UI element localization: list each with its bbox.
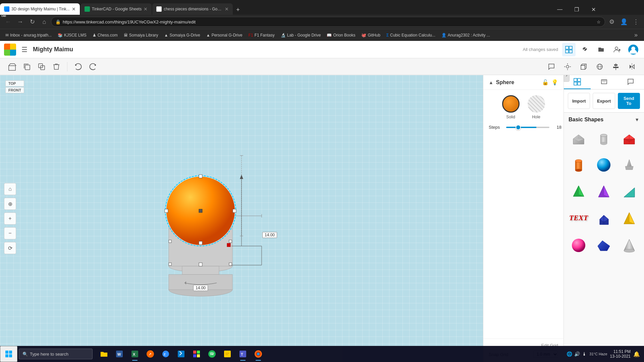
taskbar-search[interactable]: 🔍 Type here to search bbox=[19, 349, 93, 359]
star-icon[interactable]: ☆ bbox=[597, 19, 601, 24]
shape-cone-gray[interactable] bbox=[618, 233, 641, 257]
zoom-out-button[interactable]: − bbox=[4, 227, 16, 239]
bookmark-orion[interactable]: 📖 Orion Books bbox=[324, 32, 358, 38]
send-to-button[interactable]: Send To bbox=[618, 93, 640, 109]
tab-2[interactable]: TinkerCAD - Google Sheets ✕ bbox=[80, 3, 152, 15]
shape-pyramid-purple[interactable] bbox=[593, 179, 615, 203]
tab-close-1[interactable]: ✕ bbox=[72, 6, 76, 12]
undo-button[interactable] bbox=[71, 60, 85, 73]
fit-all-button[interactable]: ⊕ bbox=[4, 198, 16, 210]
shape-pyramid-yellow[interactable] bbox=[618, 206, 641, 230]
new-tab-button[interactable]: + bbox=[233, 5, 243, 15]
align-button[interactable] bbox=[609, 60, 623, 73]
battery-icon[interactable]: 🌡 bbox=[582, 351, 587, 357]
lock-button[interactable]: 🔓 bbox=[542, 79, 549, 85]
tinkercad-logo[interactable]: TINKERCAD bbox=[4, 44, 16, 56]
shape-wedge-teal[interactable] bbox=[618, 179, 641, 203]
taskbar-app-teams[interactable]: T bbox=[235, 347, 250, 361]
steps-slider[interactable] bbox=[506, 127, 549, 128]
menu-button[interactable]: ⋮ bbox=[631, 16, 641, 27]
taskbar-app-excel[interactable]: X bbox=[127, 347, 142, 361]
taskbar-app-zoom[interactable]: Z bbox=[158, 347, 173, 361]
home-view-button[interactable]: ⌂ bbox=[4, 183, 16, 195]
taskbar-app-files[interactable] bbox=[220, 347, 235, 361]
extensions-button[interactable]: ⚙ bbox=[606, 16, 617, 27]
hamburger-menu-button[interactable]: ☰ bbox=[20, 44, 29, 55]
bookmark-lab-drive[interactable]: 🔬 Lab - Google Drive bbox=[278, 32, 324, 38]
import-button[interactable]: Import bbox=[568, 93, 590, 109]
bookmark-cubic[interactable]: Σ Cubic Equation Calculu... bbox=[384, 32, 438, 38]
export-button[interactable]: Export bbox=[593, 93, 615, 109]
start-button[interactable] bbox=[0, 346, 17, 362]
taskbar-clock[interactable]: 11:51 PM 13-10-2021 bbox=[610, 349, 631, 359]
network-icon[interactable]: 🌐 bbox=[567, 351, 572, 357]
grid-view-button[interactable] bbox=[562, 43, 576, 56]
view-type-button[interactable]: ⟳ bbox=[4, 242, 16, 254]
bookmark-lms[interactable]: 📚 KJSCE LMS bbox=[55, 32, 89, 38]
tab-ruler-view[interactable] bbox=[591, 75, 618, 89]
folder-button[interactable] bbox=[594, 43, 608, 56]
hole-option[interactable]: Hole bbox=[528, 95, 545, 119]
shape-unknown-gray[interactable] bbox=[618, 152, 641, 176]
collapse-arrow-button[interactable]: ▲ bbox=[489, 80, 493, 85]
workplane-button[interactable] bbox=[5, 60, 19, 73]
bookmark-gmail[interactable]: ✉ Inbox - anurag.tripath... bbox=[3, 32, 54, 38]
copy-button[interactable] bbox=[20, 60, 34, 73]
redo-button[interactable] bbox=[86, 60, 100, 73]
shape-box-red[interactable] bbox=[618, 125, 641, 149]
zoom-in-button[interactable]: + bbox=[4, 213, 16, 225]
taskbar-app-word[interactable]: W bbox=[112, 347, 127, 361]
bookmark-github[interactable]: 🐙 GitHub bbox=[359, 32, 383, 38]
tab-3[interactable]: chess pieces dimensions - Goo... ✕ bbox=[152, 3, 233, 15]
viewport[interactable]: TOP FRONT ⌂ ⊕ + − ⟳ bbox=[0, 75, 483, 362]
solid-option[interactable]: Solid bbox=[502, 95, 520, 119]
address-bar[interactable]: 🔒 https://www.tinkercad.com/things/19UCY… bbox=[51, 17, 605, 27]
forward-button[interactable]: → bbox=[15, 16, 25, 27]
volume-icon[interactable]: 🔊 bbox=[574, 351, 580, 357]
back-button[interactable]: ← bbox=[3, 16, 13, 27]
tab-1[interactable]: 3D design Mighty Maimu | Tink... ✕ bbox=[0, 3, 80, 15]
maximize-button[interactable]: ❐ bbox=[569, 4, 584, 15]
taskbar-app-spotify[interactable] bbox=[205, 347, 219, 361]
shape-pyramid-green[interactable] bbox=[567, 179, 590, 203]
taskbar-app-vscode[interactable] bbox=[174, 347, 189, 361]
bookmark-chess[interactable]: ♟ Chess.com bbox=[90, 32, 120, 38]
minimize-button[interactable]: — bbox=[552, 4, 568, 15]
bookmark-somaiya-gdrive[interactable]: ▲ Somaiya G-Drive bbox=[162, 32, 203, 38]
shape-cylinder-orange[interactable] bbox=[567, 152, 590, 176]
shape-sphere-pink[interactable] bbox=[567, 233, 590, 257]
mirror-button[interactable] bbox=[625, 60, 639, 73]
info-button[interactable]: 💡 bbox=[551, 79, 558, 85]
taskbar-app-squares[interactable] bbox=[189, 347, 204, 361]
shape-cylinder-gray[interactable] bbox=[593, 125, 615, 149]
shape-box-dark-blue[interactable] bbox=[593, 206, 615, 230]
category-dropdown-button[interactable]: ▼ bbox=[635, 117, 639, 122]
tab-close-2[interactable]: ✕ bbox=[144, 6, 148, 12]
bookmark-anurag[interactable]: 👤 Anurag2302 : Activity ... bbox=[439, 32, 493, 38]
close-button[interactable]: ✕ bbox=[586, 4, 601, 15]
profile-button[interactable]: 👤 bbox=[619, 16, 629, 27]
notification-icon[interactable]: 🔔 bbox=[633, 351, 640, 357]
bookmarks-more[interactable]: » bbox=[631, 30, 641, 41]
tools-button[interactable] bbox=[578, 43, 592, 56]
view-circle-button[interactable] bbox=[593, 60, 606, 73]
bookmark-f1[interactable]: F1 F1 Fantasy bbox=[246, 32, 277, 38]
light-button[interactable] bbox=[561, 60, 574, 73]
taskbar-app-explorer[interactable] bbox=[97, 347, 111, 361]
shape-text-red[interactable]: TEXT bbox=[567, 206, 590, 230]
bookmark-personal-gdrive[interactable]: ▲ Personal G-Drive bbox=[204, 32, 245, 38]
shape-sphere-blue[interactable] bbox=[593, 152, 615, 176]
view-box-button[interactable] bbox=[577, 60, 590, 73]
shape-box-gray-1[interactable] bbox=[567, 125, 590, 149]
taskbar-app-firefox[interactable] bbox=[251, 347, 266, 361]
add-user-button[interactable] bbox=[610, 43, 624, 56]
comment-button[interactable] bbox=[545, 60, 558, 73]
profile-button[interactable] bbox=[627, 43, 640, 56]
taskbar-app-3[interactable]: ↗ bbox=[143, 347, 158, 361]
tab-close-3[interactable]: ✕ bbox=[225, 6, 229, 12]
duplicate-button[interactable] bbox=[35, 60, 48, 73]
shape-prism-blue[interactable] bbox=[593, 233, 615, 257]
refresh-button[interactable]: ↻ bbox=[27, 16, 38, 27]
panel-collapse-button[interactable]: › bbox=[564, 75, 570, 82]
tab-chat-view[interactable] bbox=[617, 75, 644, 89]
